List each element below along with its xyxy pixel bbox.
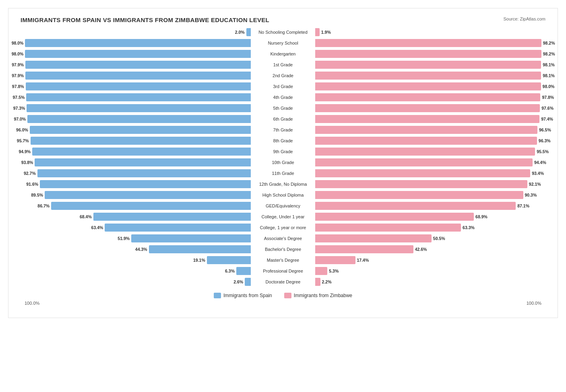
bar-right: 94.4% bbox=[315, 158, 533, 166]
bar-right: 97.6% bbox=[315, 104, 540, 112]
bar-label-right: 98.2% bbox=[543, 41, 555, 45]
legend-color-zimbabwe bbox=[284, 293, 291, 298]
bar-label-right: 95.5% bbox=[537, 149, 549, 154]
bar-label-left: 2.6% bbox=[233, 279, 243, 284]
legend-color-spain bbox=[214, 293, 221, 298]
bar-left: 91.6% bbox=[40, 180, 251, 188]
bar-label-right: 97.8% bbox=[542, 95, 554, 100]
bar-right-wrap: 95.5% bbox=[283, 147, 545, 156]
bar-left-wrap: 97.9% bbox=[21, 71, 283, 80]
bar-label-right: 5.3% bbox=[329, 269, 339, 273]
bar-label-right: 97.4% bbox=[541, 117, 553, 121]
bar-left-wrap: 6.3% bbox=[21, 266, 283, 276]
legend: Immigrants from Spain Immigrants from Zi… bbox=[21, 293, 545, 298]
bar-label-right: 42.6% bbox=[415, 247, 427, 252]
bar-pair: 92.7%11th Grade93.4% bbox=[21, 168, 545, 178]
bar-right: 98.1% bbox=[315, 72, 541, 80]
bar-label-left: 86.7% bbox=[37, 203, 50, 208]
bar-right: 98.2% bbox=[315, 39, 541, 47]
bar-row: 51.9%Associate's Degree50.5% bbox=[21, 234, 545, 244]
bar-right-wrap: 92.1% bbox=[283, 179, 545, 189]
bar-label-left: 97.8% bbox=[12, 84, 24, 89]
bar-label-left: 95.7% bbox=[17, 138, 29, 143]
bar-left-wrap: 98.0% bbox=[21, 38, 283, 48]
bar-left-wrap: 92.7% bbox=[21, 168, 283, 178]
bar-row: 93.8%10th Grade94.4% bbox=[21, 158, 545, 168]
bar-label-left: 97.9% bbox=[12, 62, 24, 67]
bar-row: 91.6%12th Grade, No Diploma92.1% bbox=[21, 179, 545, 189]
bar-label-left: 2.0% bbox=[235, 30, 245, 35]
bar-right-wrap: 50.5% bbox=[283, 234, 545, 243]
bar-left: 95.7% bbox=[31, 137, 251, 145]
bar-label-left: 98.0% bbox=[12, 51, 24, 56]
bar-label-right: 1.9% bbox=[321, 30, 331, 35]
chart-source: Source: ZipAtlas.com bbox=[503, 16, 545, 21]
bar-label-right: 92.1% bbox=[529, 182, 541, 187]
bar-label-right: 98.0% bbox=[543, 84, 555, 89]
bar-row: 96.0%7th Grade96.5% bbox=[21, 125, 545, 135]
bar-pair: 19.1%Master's Degree17.4% bbox=[21, 255, 545, 265]
bar-left-wrap: 97.5% bbox=[21, 92, 283, 102]
bar-row: 92.7%11th Grade93.4% bbox=[21, 168, 545, 179]
bar-left-wrap: 44.3% bbox=[21, 244, 283, 254]
bar-row: 2.0%No Schooling Completed1.9% bbox=[21, 27, 545, 37]
bar-label-left: 98.0% bbox=[12, 41, 24, 45]
bar-row: 63.4%College, 1 year or more63.3% bbox=[21, 223, 545, 233]
bar-left-wrap: 94.9% bbox=[21, 147, 283, 156]
bar-label-right: 96.5% bbox=[539, 127, 551, 132]
bar-pair: 63.4%College, 1 year or more63.3% bbox=[21, 223, 545, 232]
bar-left-wrap: 93.8% bbox=[21, 158, 283, 167]
bar-right: 97.8% bbox=[315, 93, 540, 101]
bar-label-right: 96.3% bbox=[539, 138, 551, 143]
bar-pair: 2.0%No Schooling Completed1.9% bbox=[21, 27, 545, 37]
bar-right-wrap: 97.6% bbox=[283, 103, 545, 113]
bar-label-left: 97.9% bbox=[12, 73, 24, 78]
bar-pair: 97.9%1st Grade98.1% bbox=[21, 60, 545, 70]
bar-pair: 98.0%Kindergarten98.2% bbox=[21, 49, 545, 59]
bar-label-left: 51.9% bbox=[118, 236, 130, 241]
bar-label-left: 93.8% bbox=[21, 160, 33, 165]
bar-label-left: 6.3% bbox=[225, 269, 235, 273]
bar-label-right: 50.5% bbox=[433, 236, 445, 241]
bar-left-wrap: 97.0% bbox=[21, 114, 283, 124]
bar-row: 68.4%College, Under 1 year68.9% bbox=[21, 212, 545, 222]
bar-right-wrap: 94.4% bbox=[283, 158, 545, 167]
bar-label-right: 98.2% bbox=[543, 51, 555, 56]
bar-label-left: 63.4% bbox=[91, 225, 103, 230]
bar-pair: 97.8%3rd Grade98.0% bbox=[21, 82, 545, 91]
bar-right-wrap: 96.3% bbox=[283, 136, 545, 146]
bar-label-right: 98.1% bbox=[543, 73, 555, 78]
legend-label-zimbabwe: Immigrants from Zimbabwe bbox=[294, 293, 352, 298]
bar-label-left: 97.5% bbox=[13, 95, 25, 100]
bar-left-wrap: 91.6% bbox=[21, 179, 283, 189]
bar-right-wrap: 98.1% bbox=[283, 60, 545, 70]
bar-pair: 89.5%High School Diploma90.3% bbox=[21, 190, 545, 200]
bar-left-wrap: 89.5% bbox=[21, 190, 283, 200]
axis-right: 100.0% bbox=[283, 301, 545, 306]
bar-left: 51.9% bbox=[131, 234, 251, 242]
bar-right-wrap: 17.4% bbox=[283, 255, 545, 265]
bar-right-wrap: 42.6% bbox=[283, 244, 545, 254]
bar-right: 96.3% bbox=[315, 137, 537, 145]
bar-left-wrap: 68.4% bbox=[21, 212, 283, 222]
bar-row: 97.9%2nd Grade98.1% bbox=[21, 71, 545, 81]
bar-row: 98.0%Kindergarten98.2% bbox=[21, 49, 545, 59]
bar-pair: 97.3%5th Grade97.6% bbox=[21, 103, 545, 113]
bar-label-right: 93.4% bbox=[532, 171, 544, 176]
bar-pair: 2.6%Doctorate Degree2.2% bbox=[21, 277, 545, 287]
chart-title: IMMIGRANTS FROM SPAIN VS IMMIGRANTS FROM… bbox=[21, 16, 545, 23]
bar-label-left: 19.1% bbox=[193, 258, 205, 263]
bar-label-left: 91.6% bbox=[26, 182, 38, 187]
bar-row: 2.6%Doctorate Degree2.2% bbox=[21, 277, 545, 287]
axis-left: 100.0% bbox=[21, 301, 283, 306]
bar-left-wrap: 96.0% bbox=[21, 125, 283, 135]
bar-left: 97.3% bbox=[27, 104, 251, 112]
bar-left: 92.7% bbox=[37, 169, 251, 177]
bar-left-wrap: 51.9% bbox=[21, 234, 283, 243]
bar-left: 86.7% bbox=[51, 202, 251, 210]
bar-left: 89.5% bbox=[45, 191, 251, 199]
bar-left: 94.9% bbox=[32, 148, 251, 156]
bar-label-left: 97.0% bbox=[14, 117, 26, 121]
bar-left-wrap: 97.9% bbox=[21, 60, 283, 70]
bar-right: 5.3% bbox=[315, 267, 327, 275]
